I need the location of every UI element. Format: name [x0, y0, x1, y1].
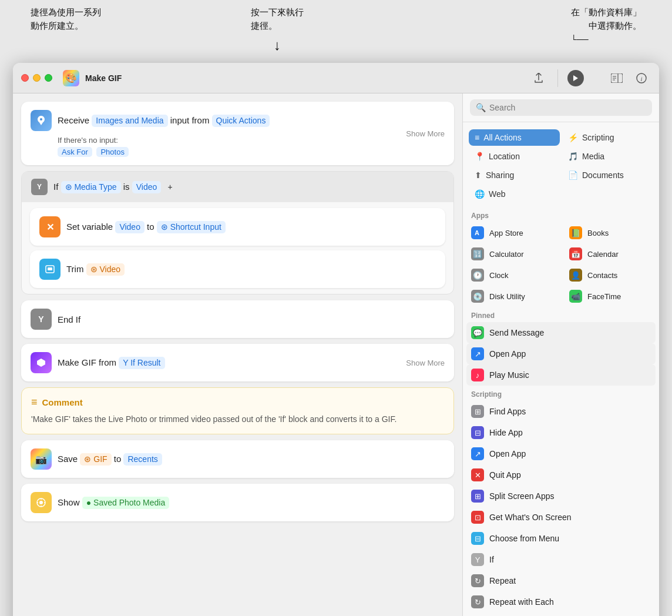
media-icon: 🎵: [568, 152, 578, 161]
calculator-icon: 🔢: [471, 247, 484, 260]
app-icon: 🎨: [63, 70, 79, 86]
tab-all-actions[interactable]: ≡ All Actions: [469, 129, 560, 146]
svg-marker-0: [573, 75, 578, 81]
hide-app-icon: ⊟: [471, 426, 484, 439]
calendar-icon: 📅: [569, 247, 582, 260]
annotation-right-arrow: └──: [571, 34, 589, 46]
titlebar: 🎨 Make GIF: [13, 63, 659, 93]
search-bar: 🔍: [463, 93, 659, 122]
location-icon: 📍: [475, 152, 485, 161]
sidebar-item-find-apps[interactable]: ⊞ Find Apps: [463, 401, 659, 422]
make-gif-show-more[interactable]: Show More: [406, 359, 445, 367]
sidebar-item-calculator[interactable]: 🔢 Calculator: [463, 243, 561, 265]
comment-action: ≡ Comment 'Make GIF' takes the Live Phot…: [21, 387, 454, 434]
svg-point-8: [40, 118, 42, 120]
fullscreen-button[interactable]: [45, 74, 52, 82]
tab-documents[interactable]: 📄 Documents: [562, 167, 653, 183]
if-group: Y If ⊛ Media Type is Video + ✕ Set v: [21, 171, 454, 294]
sidebar-item-app-store[interactable]: A App Store: [463, 222, 561, 243]
web-icon: 🌐: [475, 189, 485, 199]
sidebar-item-contacts[interactable]: 👤 Contacts: [561, 265, 659, 286]
if-sidebar-icon: Y: [471, 553, 484, 566]
all-actions-icon: ≡: [475, 133, 479, 142]
end-if-action: Y End If: [21, 300, 454, 338]
library-toggle-button[interactable]: [607, 69, 626, 88]
receive-text: Receive Images and Media input from Quic…: [58, 114, 445, 128]
play-music-icon: ♪: [471, 369, 484, 381]
minimize-button[interactable]: [33, 74, 41, 82]
main-window: 🎨 Make GIF: [13, 63, 659, 616]
receive-show-more[interactable]: Show More: [406, 129, 445, 138]
apps-grid: A App Store 📗 Books 🔢 Calculator: [463, 222, 659, 307]
sidebar-item-get-screen[interactable]: ⊡ Get What's On Screen: [463, 507, 659, 528]
end-if-icon: Y: [31, 309, 52, 330]
end-if-text: End If: [58, 313, 445, 326]
run-button[interactable]: [567, 70, 584, 86]
set-variable-icon: ✕: [39, 216, 61, 237]
window-title: Make GIF: [85, 73, 523, 83]
sidebar-item-disk-utility[interactable]: 💿 Disk Utility: [463, 286, 561, 307]
sidebar-item-stop-output[interactable]: ⊠ Stop and Output: [463, 612, 659, 616]
sidebar-item-repeat[interactable]: ↻ Repeat: [463, 570, 659, 591]
set-variable-action: ✕ Set variable Video to ⊛ Shortcut Input: [30, 208, 445, 246]
search-input-wrap[interactable]: 🔍: [470, 99, 652, 116]
choose-menu-icon: ⊟: [471, 532, 484, 545]
sidebar-item-if[interactable]: Y If: [463, 549, 659, 570]
sidebar-item-facetime[interactable]: 📹 FaceTime: [561, 286, 659, 307]
annotations-area: 捷徑為使用一系列 動作所建立。 按一下來執行 捷徑。 ↓ 在「動作資料庫」 中選…: [13, 6, 659, 56]
sidebar-item-hide-app[interactable]: ⊟ Hide App: [463, 422, 659, 443]
quit-app-icon: ✕: [471, 468, 484, 481]
content-area: Receive Images and Media input from Quic…: [13, 93, 659, 616]
comment-body: 'Make GIF' takes the Live Photo or trimm…: [31, 413, 444, 426]
traffic-lights: [21, 74, 52, 82]
editor-panel: Receive Images and Media input from Quic…: [13, 93, 462, 616]
annotation-left: 捷徑為使用一系列 動作所建立。: [31, 6, 101, 56]
tab-sharing[interactable]: ⬆ Sharing: [469, 167, 560, 183]
search-input[interactable]: [489, 103, 646, 112]
find-apps-icon: ⊞: [471, 405, 484, 418]
sidebar-item-calendar[interactable]: 📅 Calendar: [561, 243, 659, 265]
save-action: 📷 Save ⊛ GIF to Recents: [21, 440, 454, 478]
tab-web[interactable]: 🌐 Web: [469, 186, 560, 202]
scripting-icon: ⚡: [568, 133, 578, 142]
clock-icon: 🕐: [471, 269, 484, 282]
sidebar-item-split-screen[interactable]: ⊞ Split Screen Apps: [463, 486, 659, 507]
sidebar-item-open-app[interactable]: ↗ Open App: [466, 343, 656, 364]
open-app-icon: ↗: [471, 347, 484, 360]
if-header: Y If ⊛ Media Type is Video +: [22, 172, 453, 202]
save-text: Save ⊛ GIF to Recents: [58, 453, 445, 466]
sidebar-item-play-music[interactable]: ♪ Play Music: [466, 364, 656, 386]
close-button[interactable]: [21, 74, 29, 82]
if-body: ✕ Set variable Video to ⊛ Shortcut Input: [22, 202, 453, 294]
sidebar-item-open-app2[interactable]: ↗ Open App: [463, 443, 659, 464]
tab-location[interactable]: 📍 Location: [469, 148, 560, 165]
sidebar: 🔍 ≡ All Actions ⚡ Scripting 📍: [462, 93, 659, 616]
sidebar-item-clock[interactable]: 🕐 Clock: [463, 265, 561, 286]
books-icon: 📗: [569, 226, 582, 239]
disk-utility-icon: 💿: [471, 290, 484, 303]
annotation-right: 在「動作資料庫」 中選擇動作。 └──: [571, 6, 641, 56]
sidebar-item-repeat-each[interactable]: ↻ Repeat with Each: [463, 591, 659, 612]
documents-icon: 📄: [568, 170, 578, 180]
svg-text:i: i: [640, 75, 642, 82]
split-screen-icon: ⊞: [471, 490, 484, 503]
sidebar-item-send-message[interactable]: 💬 Send Message: [466, 322, 656, 343]
tab-media[interactable]: 🎵 Media: [562, 148, 653, 165]
share-button[interactable]: [529, 69, 548, 88]
category-tabs: ≡ All Actions ⚡ Scripting 📍 Location 🎵 M…: [463, 127, 659, 207]
if-text: If ⊛ Media Type is Video +: [53, 180, 444, 194]
svg-rect-10: [48, 267, 52, 270]
repeat-each-icon: ↻: [471, 595, 484, 608]
sidebar-item-choose-menu[interactable]: ⊟ Choose from Menu: [463, 528, 659, 549]
comment-title: Comment: [42, 397, 83, 407]
trim-action: Trim ⊛ Video: [30, 250, 445, 288]
receive-sub: If there's no input: Ask For Photos: [58, 136, 445, 157]
make-gif-action: Make GIF from Y If Result Show More: [21, 344, 454, 381]
contacts-icon: 👤: [569, 269, 582, 282]
tab-scripting[interactable]: ⚡ Scripting: [562, 129, 653, 146]
info-button[interactable]: i: [632, 69, 651, 88]
sidebar-item-quit-app[interactable]: ✕ Quit App: [463, 464, 659, 486]
pinned-section-label: Pinned: [463, 307, 659, 322]
sidebar-item-books[interactable]: 📗 Books: [561, 222, 659, 243]
get-screen-icon: ⊡: [471, 511, 484, 524]
